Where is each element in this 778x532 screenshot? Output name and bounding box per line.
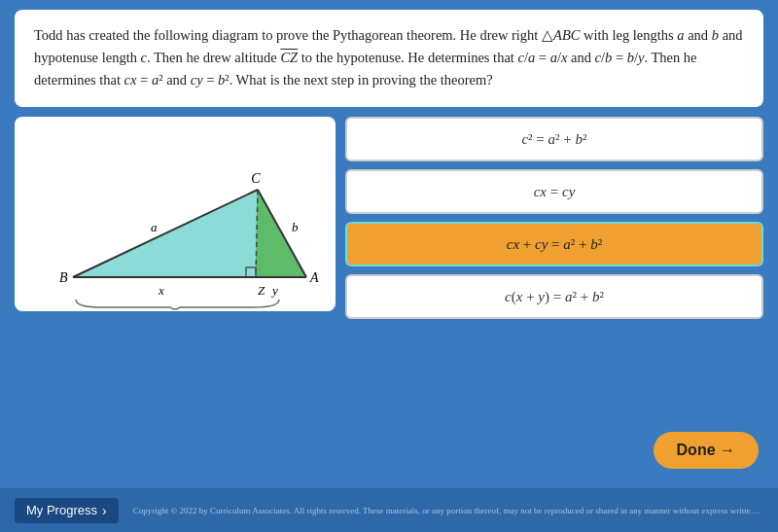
choice-b[interactable]: cx = cy	[345, 169, 763, 214]
svg-text:Z: Z	[258, 283, 265, 298]
svg-text:a: a	[151, 220, 158, 234]
svg-text:C: C	[251, 171, 261, 186]
choice-a-label: c² = a² + b²	[521, 131, 586, 148]
chevron-icon: ›	[102, 503, 107, 518]
copyright-text: Copyright © 2022 by Curriculum Associate…	[133, 506, 763, 515]
my-progress-button[interactable]: My Progress ›	[15, 498, 119, 523]
svg-text:c: c	[172, 309, 178, 311]
choice-a[interactable]: c² = a² + b²	[345, 117, 763, 161]
diagram-svg: C B A Z a b x y c	[15, 117, 336, 311]
svg-text:y: y	[270, 283, 278, 298]
done-label: Done →	[677, 442, 735, 459]
svg-text:B: B	[59, 270, 68, 285]
done-button[interactable]: Done →	[654, 432, 759, 469]
choice-c-label: cx + cy = a² + b²	[507, 236, 603, 253]
choice-c[interactable]: cx + cy = a² + b²	[345, 222, 763, 266]
diagram-card: C B A Z a b x y c	[15, 117, 336, 311]
bottom-bar: My Progress › Copyright © 2022 by Curric…	[0, 488, 778, 532]
choice-b-label: cx = cy	[534, 184, 576, 200]
svg-text:b: b	[292, 220, 299, 234]
choice-d-label: c(x + y) = a² + b²	[505, 289, 604, 305]
choices-area: c² = a² + b² cx = cy cx + cy = a² + b² c…	[345, 117, 763, 321]
my-progress-label: My Progress	[26, 503, 97, 517]
question-text: Todd has created the following diagram t…	[34, 27, 743, 88]
choice-d[interactable]: c(x + y) = a² + b²	[345, 274, 763, 319]
svg-text:x: x	[158, 283, 164, 298]
svg-text:A: A	[309, 270, 319, 285]
